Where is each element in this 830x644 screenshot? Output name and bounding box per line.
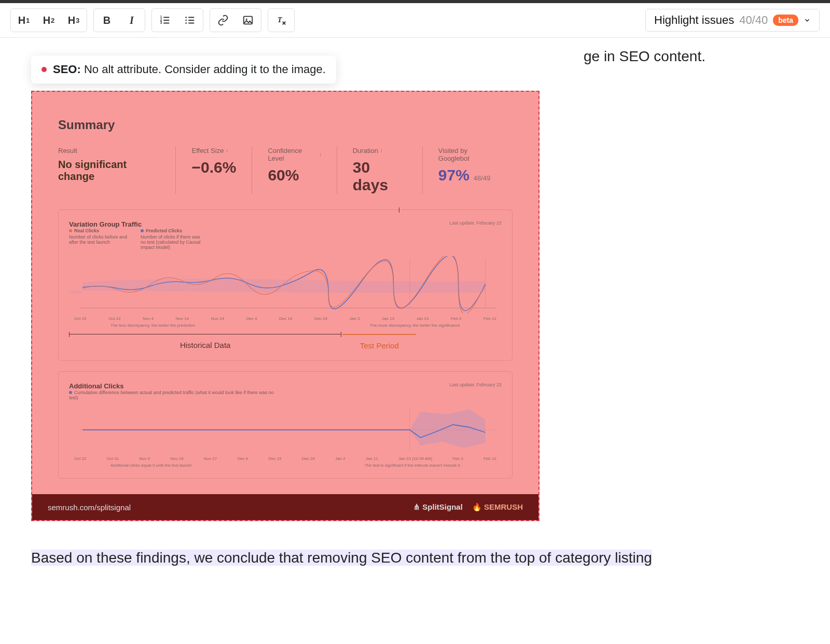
chart1-update: Last update: February 22 bbox=[449, 220, 502, 250]
bold-button[interactable]: B bbox=[96, 11, 118, 30]
image-footer: semrush.com/splitsignal ⋔ SplitSignal 🔥 … bbox=[32, 494, 538, 520]
highlight-issues-dropdown[interactable]: Highlight issues 40/40 beta bbox=[645, 9, 820, 32]
unordered-list-icon bbox=[184, 15, 196, 26]
unordered-list-button[interactable] bbox=[179, 11, 201, 30]
svg-point-5 bbox=[185, 22, 187, 24]
metric-duration-label: Duration bbox=[353, 147, 378, 155]
metric-googlebot-label: Visited by Googlebot bbox=[438, 147, 497, 162]
italic-button[interactable]: I bbox=[121, 11, 143, 30]
body-paragraph: Based on these findings, we conclude tha… bbox=[31, 547, 799, 569]
insert-group bbox=[210, 8, 261, 32]
h2-button[interactable]: H2 bbox=[38, 11, 60, 30]
svg-point-4 bbox=[185, 20, 187, 21]
chart2-title: Additional Clicks bbox=[69, 382, 276, 390]
clear-format-button[interactable]: T bbox=[270, 11, 292, 30]
metric-duration-value: 30 days bbox=[353, 159, 407, 194]
summary-card: Summary Result No significant change Eff… bbox=[58, 118, 513, 479]
editor-toolbar: H1 H2 H3 B I 123 T Highlight issues 40/4… bbox=[0, 3, 830, 38]
semrush-logo: 🔥 SEMRUSH bbox=[472, 502, 523, 512]
summary-title: Summary bbox=[58, 118, 513, 132]
highlight-label: Highlight issues bbox=[654, 13, 734, 27]
ordered-list-button[interactable]: 123 bbox=[154, 11, 176, 30]
chart2-update: Last update: February 22 bbox=[449, 382, 502, 400]
svg-text:3: 3 bbox=[160, 21, 162, 24]
clear-format-icon: T bbox=[275, 15, 287, 26]
legend-real-name: Real Clicks bbox=[74, 228, 99, 233]
chart1-caption-right: The more discrepancy, the better the sig… bbox=[370, 323, 460, 328]
chart2-caption-left: Additional clicks equal 0 until the test… bbox=[110, 463, 192, 468]
legend-pred-desc: Number of clicks if there was no test (c… bbox=[141, 234, 203, 250]
period-historical: Historical Data bbox=[69, 334, 341, 350]
period-test: Test Period bbox=[342, 334, 416, 350]
chart1-body bbox=[69, 256, 502, 313]
svg-point-3 bbox=[185, 17, 187, 18]
info-icon: i bbox=[320, 152, 321, 158]
beta-badge: beta bbox=[773, 15, 798, 26]
metric-confidence-label: Confidence Level bbox=[268, 147, 317, 162]
chevron-down-icon bbox=[804, 17, 811, 24]
metric-result-value: No significant change bbox=[58, 159, 160, 183]
chart1-caption-left: The less discrepancy, the better the pre… bbox=[110, 323, 195, 328]
svg-text:T: T bbox=[278, 16, 283, 24]
metric-result-label: Result bbox=[58, 147, 160, 155]
metric-confidence-value: 60% bbox=[268, 166, 321, 184]
splitsignal-logo: ⋔ SplitSignal bbox=[413, 502, 463, 512]
format-group: B I bbox=[93, 8, 145, 32]
chart-variation-traffic: Variation Group Traffic Real ClicksNumbe… bbox=[58, 209, 513, 361]
heading-group: H1 H2 H3 bbox=[10, 8, 87, 32]
link-icon bbox=[217, 15, 229, 26]
ordered-list-icon: 123 bbox=[159, 15, 171, 26]
svg-point-7 bbox=[246, 19, 247, 20]
h1-button[interactable]: H1 bbox=[13, 11, 35, 30]
issue-message: No alt attribute. Consider adding it to … bbox=[84, 63, 326, 76]
link-button[interactable] bbox=[212, 11, 234, 30]
metric-googlebot-sub: 48/49 bbox=[474, 174, 491, 182]
chart1-xaxis: Oct 15Oct 22Nov 4Nov 14Nov 24Dec 4Dec 14… bbox=[69, 316, 502, 321]
chart1-title: Variation Group Traffic bbox=[69, 220, 203, 228]
metric-effect-label: Effect Size bbox=[191, 147, 224, 155]
chart2-caption-right: The test is significant if the interval … bbox=[365, 463, 460, 468]
editor-content: ge in SEO content. SEO: No alt attribute… bbox=[0, 38, 830, 590]
chart2-body bbox=[69, 407, 502, 453]
highlight-count: 40/40 bbox=[739, 13, 768, 27]
image-icon bbox=[242, 15, 254, 26]
list-group: 123 bbox=[151, 8, 203, 32]
metric-effect-value: −0.6% bbox=[191, 159, 236, 176]
seo-issue-tooltip[interactable]: SEO: No alt attribute. Consider adding i… bbox=[31, 55, 336, 83]
chart2-legend-desc: Cumulative difference between actual and… bbox=[69, 390, 274, 400]
period-bar: Historical Data Test Period bbox=[69, 334, 502, 350]
legend-real-desc: Number of clicks before and after the te… bbox=[69, 234, 131, 245]
legend-pred-name: Predicted Clicks bbox=[146, 228, 182, 233]
issue-category: SEO: bbox=[53, 63, 81, 76]
info-icon: i bbox=[226, 148, 228, 153]
metrics-row: Result No significant change Effect Size… bbox=[58, 147, 513, 194]
flagged-image-region[interactable]: Summary Result No significant change Eff… bbox=[31, 91, 540, 521]
clear-group: T bbox=[268, 8, 295, 32]
footer-url: semrush.com/splitsignal bbox=[48, 503, 131, 512]
image-button[interactable] bbox=[237, 11, 259, 30]
chart2-xaxis: Oct 22Oct 31Nov 9Nov 18Nov 27Dec 6Dec 15… bbox=[69, 456, 502, 461]
chart-additional-clicks: Additional Clicks Cumulative difference … bbox=[58, 371, 513, 479]
info-icon: i bbox=[381, 148, 382, 153]
metric-googlebot-value: 97% bbox=[438, 166, 469, 184]
issue-dot-icon bbox=[42, 67, 47, 72]
h3-button[interactable]: H3 bbox=[63, 11, 85, 30]
